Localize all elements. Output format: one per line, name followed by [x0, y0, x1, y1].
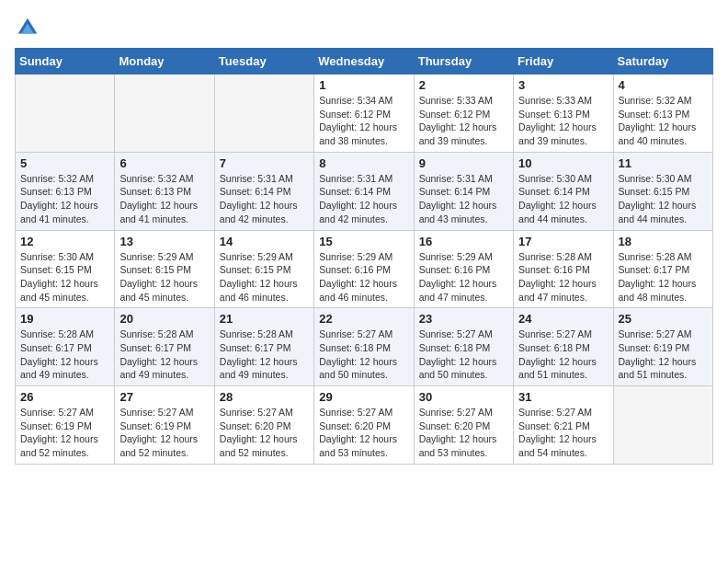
day-info: Sunrise: 5:27 AMSunset: 6:21 PMDaylight:…	[518, 406, 608, 460]
day-number: 4	[619, 78, 708, 92]
day-cell: 11Sunrise: 5:30 AMSunset: 6:15 PMDayligh…	[613, 152, 712, 230]
day-cell: 26Sunrise: 5:27 AMSunset: 6:19 PMDayligh…	[16, 386, 115, 465]
day-number: 17	[518, 235, 608, 248]
day-info: Sunrise: 5:32 AMSunset: 6:13 PMDaylight:…	[20, 172, 109, 226]
day-info: Sunrise: 5:30 AMSunset: 6:14 PMDaylight:…	[518, 172, 608, 226]
day-number: 25	[619, 312, 708, 326]
empty-cell	[115, 75, 214, 153]
day-cell: 30Sunrise: 5:27 AMSunset: 6:20 PMDayligh…	[414, 386, 513, 465]
header-sunday: Sunday	[16, 49, 115, 75]
day-number: 18	[619, 235, 708, 248]
day-number: 14	[220, 235, 309, 248]
logo	[15, 15, 44, 40]
day-info: Sunrise: 5:27 AMSunset: 6:18 PMDaylight:…	[419, 327, 508, 382]
day-cell: 8Sunrise: 5:31 AMSunset: 6:14 PMDaylight…	[314, 152, 414, 230]
calendar-header-row: SundayMondayTuesdayWednesdayThursdayFrid…	[16, 49, 713, 75]
day-number: 7	[220, 156, 309, 170]
header	[15, 15, 713, 40]
day-number: 1	[319, 78, 408, 92]
day-info: Sunrise: 5:30 AMSunset: 6:15 PMDaylight:…	[619, 172, 708, 226]
day-info: Sunrise: 5:33 AMSunset: 6:13 PMDaylight:…	[518, 94, 608, 148]
day-info: Sunrise: 5:29 AMSunset: 6:16 PMDaylight:…	[419, 250, 508, 304]
day-info: Sunrise: 5:29 AMSunset: 6:16 PMDaylight:…	[319, 250, 408, 304]
day-number: 27	[119, 390, 209, 404]
day-cell: 15Sunrise: 5:29 AMSunset: 6:16 PMDayligh…	[314, 230, 414, 308]
header-monday: Monday	[115, 49, 214, 75]
empty-cell	[613, 386, 712, 465]
day-cell: 21Sunrise: 5:28 AMSunset: 6:17 PMDayligh…	[214, 308, 313, 386]
day-number: 11	[619, 156, 708, 170]
day-info: Sunrise: 5:28 AMSunset: 6:17 PMDaylight:…	[220, 327, 309, 382]
day-cell: 19Sunrise: 5:28 AMSunset: 6:17 PMDayligh…	[16, 308, 115, 386]
day-number: 2	[419, 78, 508, 92]
day-cell: 2Sunrise: 5:33 AMSunset: 6:12 PMDaylight…	[414, 75, 513, 153]
day-info: Sunrise: 5:33 AMSunset: 6:12 PMDaylight:…	[419, 94, 508, 148]
calendar-week-row: 26Sunrise: 5:27 AMSunset: 6:19 PMDayligh…	[16, 386, 713, 465]
day-number: 5	[20, 156, 109, 170]
day-cell: 9Sunrise: 5:31 AMSunset: 6:14 PMDaylight…	[414, 152, 513, 230]
day-info: Sunrise: 5:34 AMSunset: 6:12 PMDaylight:…	[319, 94, 408, 148]
day-number: 21	[220, 312, 309, 326]
day-info: Sunrise: 5:29 AMSunset: 6:15 PMDaylight:…	[220, 250, 309, 304]
day-cell: 5Sunrise: 5:32 AMSunset: 6:13 PMDaylight…	[16, 152, 115, 230]
day-info: Sunrise: 5:32 AMSunset: 6:13 PMDaylight:…	[619, 94, 708, 148]
header-wednesday: Wednesday	[314, 49, 414, 75]
day-info: Sunrise: 5:27 AMSunset: 6:18 PMDaylight:…	[518, 327, 608, 382]
day-cell: 7Sunrise: 5:31 AMSunset: 6:14 PMDaylight…	[214, 152, 313, 230]
day-cell: 6Sunrise: 5:32 AMSunset: 6:13 PMDaylight…	[115, 152, 214, 230]
day-number: 28	[220, 390, 309, 404]
calendar-week-row: 12Sunrise: 5:30 AMSunset: 6:15 PMDayligh…	[16, 230, 713, 308]
day-info: Sunrise: 5:31 AMSunset: 6:14 PMDaylight:…	[319, 172, 408, 226]
day-info: Sunrise: 5:31 AMSunset: 6:14 PMDaylight:…	[419, 172, 508, 226]
day-info: Sunrise: 5:28 AMSunset: 6:17 PMDaylight:…	[20, 327, 109, 382]
day-number: 31	[518, 390, 608, 404]
day-cell: 27Sunrise: 5:27 AMSunset: 6:19 PMDayligh…	[115, 386, 214, 465]
day-info: Sunrise: 5:32 AMSunset: 6:13 PMDaylight:…	[119, 172, 209, 226]
day-cell: 17Sunrise: 5:28 AMSunset: 6:16 PMDayligh…	[514, 230, 613, 308]
day-info: Sunrise: 5:28 AMSunset: 6:17 PMDaylight:…	[619, 250, 708, 304]
header-thursday: Thursday	[414, 49, 513, 75]
day-info: Sunrise: 5:30 AMSunset: 6:15 PMDaylight:…	[20, 250, 109, 304]
day-info: Sunrise: 5:27 AMSunset: 6:19 PMDaylight:…	[20, 406, 109, 460]
header-tuesday: Tuesday	[214, 49, 313, 75]
day-info: Sunrise: 5:27 AMSunset: 6:19 PMDaylight:…	[119, 406, 209, 460]
day-info: Sunrise: 5:27 AMSunset: 6:19 PMDaylight:…	[619, 327, 708, 382]
day-info: Sunrise: 5:28 AMSunset: 6:17 PMDaylight:…	[119, 327, 209, 382]
day-number: 8	[319, 156, 408, 170]
day-number: 15	[319, 235, 408, 248]
day-info: Sunrise: 5:27 AMSunset: 6:20 PMDaylight:…	[419, 406, 508, 460]
header-saturday: Saturday	[613, 49, 712, 75]
day-cell: 23Sunrise: 5:27 AMSunset: 6:18 PMDayligh…	[414, 308, 513, 386]
day-number: 24	[518, 312, 608, 326]
day-number: 22	[319, 312, 408, 326]
header-friday: Friday	[514, 49, 613, 75]
day-info: Sunrise: 5:27 AMSunset: 6:20 PMDaylight:…	[319, 406, 408, 460]
day-number: 12	[20, 235, 109, 248]
day-info: Sunrise: 5:27 AMSunset: 6:18 PMDaylight:…	[319, 327, 408, 382]
day-number: 19	[20, 312, 109, 326]
day-cell: 28Sunrise: 5:27 AMSunset: 6:20 PMDayligh…	[214, 386, 313, 465]
day-cell: 31Sunrise: 5:27 AMSunset: 6:21 PMDayligh…	[514, 386, 613, 465]
day-cell: 4Sunrise: 5:32 AMSunset: 6:13 PMDaylight…	[613, 75, 712, 153]
calendar-week-row: 1Sunrise: 5:34 AMSunset: 6:12 PMDaylight…	[16, 75, 713, 153]
day-cell: 12Sunrise: 5:30 AMSunset: 6:15 PMDayligh…	[16, 230, 115, 308]
calendar-table: SundayMondayTuesdayWednesdayThursdayFrid…	[15, 48, 713, 465]
day-cell: 20Sunrise: 5:28 AMSunset: 6:17 PMDayligh…	[115, 308, 214, 386]
day-number: 10	[518, 156, 608, 170]
calendar-week-row: 5Sunrise: 5:32 AMSunset: 6:13 PMDaylight…	[16, 152, 713, 230]
day-cell: 18Sunrise: 5:28 AMSunset: 6:17 PMDayligh…	[613, 230, 712, 308]
day-cell: 10Sunrise: 5:30 AMSunset: 6:14 PMDayligh…	[514, 152, 613, 230]
empty-cell	[16, 75, 115, 153]
day-info: Sunrise: 5:27 AMSunset: 6:20 PMDaylight:…	[220, 406, 309, 460]
day-cell: 1Sunrise: 5:34 AMSunset: 6:12 PMDaylight…	[314, 75, 414, 153]
day-number: 23	[419, 312, 508, 326]
day-info: Sunrise: 5:29 AMSunset: 6:15 PMDaylight:…	[119, 250, 209, 304]
day-cell: 24Sunrise: 5:27 AMSunset: 6:18 PMDayligh…	[514, 308, 613, 386]
day-cell: 13Sunrise: 5:29 AMSunset: 6:15 PMDayligh…	[115, 230, 214, 308]
day-cell: 22Sunrise: 5:27 AMSunset: 6:18 PMDayligh…	[314, 308, 414, 386]
day-cell: 29Sunrise: 5:27 AMSunset: 6:20 PMDayligh…	[314, 386, 414, 465]
day-number: 29	[319, 390, 408, 404]
day-number: 20	[119, 312, 209, 326]
day-number: 16	[419, 235, 508, 248]
day-cell: 25Sunrise: 5:27 AMSunset: 6:19 PMDayligh…	[613, 308, 712, 386]
